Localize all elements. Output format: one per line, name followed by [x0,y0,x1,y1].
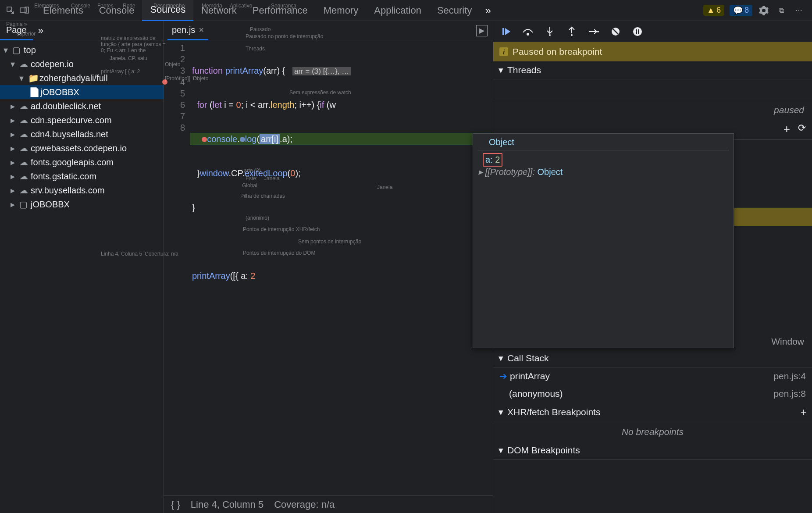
tree-ad[interactable]: ▸ad.doubleclick.net [0,99,164,113]
info-badge[interactable]: 💬 8 [730,5,752,16]
code-lines: function printArray(arr) { arr = (3) [{…… [190,40,493,495]
navigator-more-icon[interactable]: » [38,25,43,36]
xhr-breakpoints-header[interactable]: ▾XHR/fetch Breakpoints+ [493,403,812,422]
warnings-count: 6 [716,6,721,15]
line-gutter: 1 2 3 4 5 6 7 8 [164,40,190,495]
tree-codepen[interactable]: ▾codepen.io [0,57,164,71]
svg-point-4 [527,33,529,35]
popup-prototype[interactable]: ▸ [[Prototype]]: Object [478,167,729,177]
tree-googleapis[interactable]: ▸fonts.googleapis.com [0,155,164,169]
run-snippet-icon[interactable]: ▶ [476,25,488,36]
navigator-panel: Page » ▾top ▾codepen.io ▾zoherghadyali/f… [0,21,164,513]
more-tabs-icon[interactable]: » [485,4,491,17]
settings-icon[interactable] [758,4,770,17]
tree-top[interactable]: ▾top [0,43,164,57]
svg-point-7 [597,31,599,32]
tab-application[interactable]: Application [366,0,429,21]
svg-point-9 [633,27,642,36]
svg-point-5 [549,34,551,36]
popup-prop-a[interactable]: a: 2 [483,153,502,167]
popup-type: Object [489,137,729,147]
tree-file-active[interactable]: jOBOBBX [0,85,164,99]
refresh-watch-icon[interactable]: ⟳ [798,122,806,136]
stack-frame-0[interactable]: ➔printArray pen.js:4 [493,367,812,385]
close-tab-icon[interactable]: × [199,25,204,35]
svg-point-6 [571,34,573,36]
debug-toolbar [493,21,812,42]
devtools-tabs-bar: Elements Console Sources Network Perform… [0,0,812,21]
coverage-info: Coverage: n/a [274,499,335,510]
cursor-position: Line 4, Column 5 [191,499,264,510]
stack-frame-1[interactable]: (anonymous) pen.js:8 [493,385,812,403]
tree-buysellads[interactable]: ▸cdn4.buysellads.net [0,127,164,141]
svg-rect-1 [20,8,26,12]
tab-memory[interactable]: Memory [316,0,366,21]
inspect-icon[interactable] [4,4,18,18]
tree-gstatic[interactable]: ▸fonts.gstatic.com [0,169,164,183]
add-xhr-bp-icon[interactable]: + [801,406,807,418]
dom-breakpoints-header[interactable]: ▾DOM Breakpoints [493,442,812,460]
tab-sources[interactable]: Sources [142,0,193,21]
tab-security[interactable]: Security [429,0,480,21]
step-over-icon[interactable] [521,25,534,38]
callstack-header[interactable]: ▾Call Stack [493,349,812,367]
tab-elements[interactable]: Elements [35,0,91,21]
device-toggle-icon[interactable] [18,4,32,18]
editor-status-bar: { } Line 4, Column 5 Coverage: n/a [164,495,493,513]
dock-icon[interactable]: ⧉ [775,4,787,17]
tab-performance[interactable]: Performance [245,0,316,21]
svg-rect-11 [638,29,639,34]
kebab-menu-icon[interactable]: ⋯ [793,4,805,17]
editor-panel: pen.js × ▶ 1 2 3 4 5 6 7 8 function prin… [164,21,493,513]
pretty-print-icon[interactable]: { } [171,499,180,510]
tree-folder[interactable]: ▾zoherghadyali/full [0,71,164,85]
step-icon[interactable] [587,25,600,38]
step-out-icon[interactable] [565,25,578,38]
tree-cpwebassets[interactable]: ▸cpwebassets.codepen.io [0,141,164,155]
paused-banner: i Paused on breakpoint [493,42,812,61]
info-count: 8 [744,6,749,15]
no-breakpoints-msg: No breakpoints [493,422,812,442]
tree-srv[interactable]: ▸srv.buysellads.com [0,183,164,197]
svg-rect-3 [502,28,504,35]
file-tab-penjs[interactable]: pen.js × [167,21,208,40]
tree-speedcurve[interactable]: ▸cdn.speedcurve.com [0,113,164,127]
info-icon: i [499,47,508,56]
add-watch-icon[interactable]: + [784,122,790,136]
svg-rect-10 [636,29,637,34]
tab-console[interactable]: Console [91,0,142,21]
breakpoint-marker[interactable] [162,79,167,85]
threads-header[interactable]: ▾Threads [493,61,812,79]
pause-exceptions-icon[interactable] [631,25,644,38]
thread-row[interactable]: paused [493,101,812,119]
file-tree: ▾top ▾codepen.io ▾zoherghadyali/full jOB… [0,40,164,513]
resume-icon[interactable] [499,25,513,38]
warnings-badge[interactable]: ▲ 6 [703,5,724,16]
tree-file2[interactable]: ▸jOBOBBX [0,197,164,211]
page-tab[interactable]: Page [0,21,33,40]
deactivate-breakpoints-icon[interactable] [609,25,622,38]
code-editor[interactable]: 1 2 3 4 5 6 7 8 function printArray(arr)… [164,40,493,495]
tab-network[interactable]: Network [193,0,245,21]
step-into-icon[interactable] [543,25,556,38]
value-inspector-popup: Object a: 2 ▸ [[Prototype]]: Object [473,133,734,348]
